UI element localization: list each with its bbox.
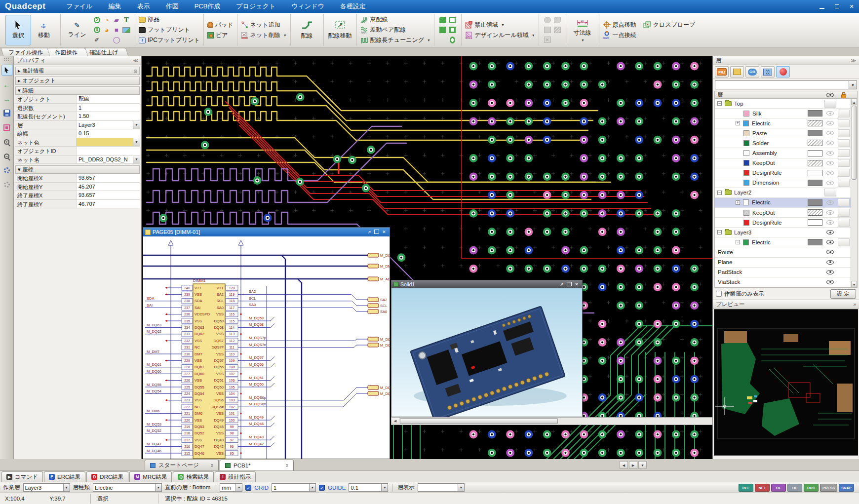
ellipse-icon[interactable]: ◯	[113, 36, 120, 43]
canvas-horizontal-scrollbar[interactable]: ◀ ▶	[391, 417, 712, 425]
display-toggle-button[interactable]: DRC	[804, 484, 819, 492]
outline-rect-icon[interactable]	[449, 27, 456, 33]
menu-item[interactable]: PCB作成	[187, 0, 229, 13]
oval-icon[interactable]	[450, 37, 455, 43]
filled-rect-icon[interactable]	[439, 27, 446, 33]
fill-swatch[interactable]	[808, 219, 822, 226]
layer-row[interactable]: Solder	[715, 138, 857, 148]
maximize-button[interactable]	[829, 0, 844, 13]
lock-cell[interactable]	[837, 169, 850, 177]
property-value[interactable]	[77, 147, 140, 155]
fill-swatch[interactable]	[808, 209, 822, 216]
collapse-panel-icon[interactable]: ≪	[133, 58, 138, 63]
board-preview[interactable]	[714, 309, 858, 456]
guide-select[interactable]: 0.1▼	[349, 483, 388, 492]
pin-icon[interactable]: ⊠	[133, 69, 137, 74]
lock-column-icon[interactable]	[837, 92, 850, 98]
solid3d-title-bar[interactable]: Solid1 ↗ ✕	[391, 280, 582, 288]
layer-view-button[interactable]	[776, 66, 790, 78]
guide-checkbox[interactable]: ✓	[319, 485, 325, 491]
fill-swatch[interactable]	[808, 130, 822, 136]
fill-swatch[interactable]	[808, 120, 822, 126]
ipc-footprint-button[interactable]: IIPCフットプリント	[139, 36, 200, 45]
display-toggle-button[interactable]: OL	[771, 484, 786, 492]
fill-swatch[interactable]	[808, 140, 822, 146]
work-layer-only-checkbox[interactable]	[716, 291, 722, 297]
visibility-toggle[interactable]	[823, 258, 837, 267]
lock-cell[interactable]	[837, 159, 850, 167]
minimize-button[interactable]	[815, 0, 829, 13]
footprint-button[interactable]: フットプリント	[139, 25, 200, 35]
tab-scroll-left-icon[interactable]: ◀	[620, 461, 628, 469]
lock-cell[interactable]	[837, 149, 850, 157]
fill-swatch[interactable]	[808, 199, 822, 206]
pad-button[interactable]: パッド	[207, 20, 234, 30]
dropdown-icon[interactable]: ▼	[849, 80, 857, 89]
fill-swatch[interactable]	[808, 239, 822, 245]
property-value[interactable]: 1.50	[77, 112, 140, 120]
menu-item[interactable]: プロジェクト	[228, 0, 283, 13]
dropdown-icon[interactable]: ▼	[133, 155, 140, 164]
expander-icon[interactable]: −	[717, 191, 722, 195]
visibility-column-icon[interactable]	[823, 91, 837, 99]
bundle-route-button[interactable]: 束配線	[360, 15, 430, 25]
visibility-toggle[interactable]	[823, 218, 837, 227]
section-coords[interactable]: ▾ 座標	[15, 165, 140, 174]
pie-icon[interactable]: ◕	[104, 26, 109, 34]
rect-icon[interactable]: ■	[115, 26, 118, 34]
scroll-down-icon[interactable]: ▼	[851, 281, 857, 287]
line-button[interactable]: ✎ ライン	[64, 15, 90, 45]
visibility-toggle[interactable]	[823, 248, 837, 256]
layer-row[interactable]: + Electric	[715, 118, 857, 128]
keepout-button[interactable]: 禁止領域▼	[465, 20, 535, 30]
lock-cell[interactable]	[837, 179, 850, 187]
circle3-icon[interactable]: 3	[94, 27, 100, 33]
visibility-toggle[interactable]	[823, 99, 837, 108]
layer-row[interactable]: Plane	[715, 258, 857, 268]
diff-pair-button[interactable]: PAIR 差動ペア配線	[360, 25, 430, 35]
tab-list-icon[interactable]: ▼	[638, 461, 647, 469]
dropdown-icon[interactable]: ▼	[133, 138, 140, 147]
layer-tree-scrollbar[interactable]: ▲ ▼	[851, 99, 857, 287]
visibility-toggle[interactable]	[823, 129, 837, 137]
menu-item[interactable]: 作図	[158, 0, 187, 13]
visibility-toggle[interactable]	[823, 268, 837, 276]
lock-cell[interactable]	[837, 119, 850, 127]
dropdown-icon[interactable]: ▼	[133, 121, 140, 129]
unit-select[interactable]: mm▼	[220, 483, 242, 492]
lock-cell[interactable]	[837, 198, 850, 206]
fill-swatch[interactable]	[808, 180, 822, 186]
move-button[interactable]: ↔ ↕ 移動	[31, 15, 57, 45]
close-tab-icon[interactable]: x	[211, 463, 213, 468]
close-window-icon[interactable]: ✕	[573, 281, 580, 287]
grid-select[interactable]: 1▼	[272, 483, 316, 492]
expander-icon[interactable]: −	[717, 101, 722, 106]
float-window-icon[interactable]: ↗	[366, 229, 373, 235]
scroll-left-icon[interactable]: ◀	[391, 418, 399, 425]
layer-row[interactable]: KeepOut	[715, 208, 857, 218]
settings-button[interactable]	[1, 165, 12, 176]
layer-type-select[interactable]: Electric▼	[93, 483, 162, 492]
section-detail[interactable]: ▾ 詳細	[15, 86, 140, 95]
display-toggle-button[interactable]: NET	[755, 484, 770, 492]
expander-icon[interactable]: +	[736, 121, 740, 125]
lock-cell[interactable]	[837, 129, 850, 137]
visibility-toggle[interactable]	[823, 189, 837, 197]
component-view-button[interactable]	[730, 66, 744, 78]
layer-row[interactable]: Route	[715, 247, 857, 257]
expander-icon[interactable]: −	[717, 230, 722, 234]
layer-row[interactable]: Assembly	[715, 148, 857, 158]
save-button[interactable]	[1, 108, 12, 118]
visibility-toggle[interactable]	[823, 179, 837, 187]
layer-filter-input[interactable]	[715, 80, 849, 89]
property-value[interactable]: PL_DDR3_DQS2_N▼	[77, 155, 140, 164]
layer-row[interactable]: Silk	[715, 109, 857, 118]
zoom-in-button[interactable]: +	[1, 136, 12, 147]
property-value[interactable]: Layer3▼	[77, 121, 140, 129]
property-value[interactable]: 1	[77, 104, 140, 112]
fit-view-button[interactable]	[1, 122, 12, 133]
menu-item[interactable]: 表示	[129, 0, 158, 13]
route-move-button[interactable]: 配線移動	[327, 15, 353, 45]
collapse-panel-icon[interactable]: ≫	[851, 58, 856, 63]
maximize-window-icon[interactable]	[374, 230, 379, 234]
